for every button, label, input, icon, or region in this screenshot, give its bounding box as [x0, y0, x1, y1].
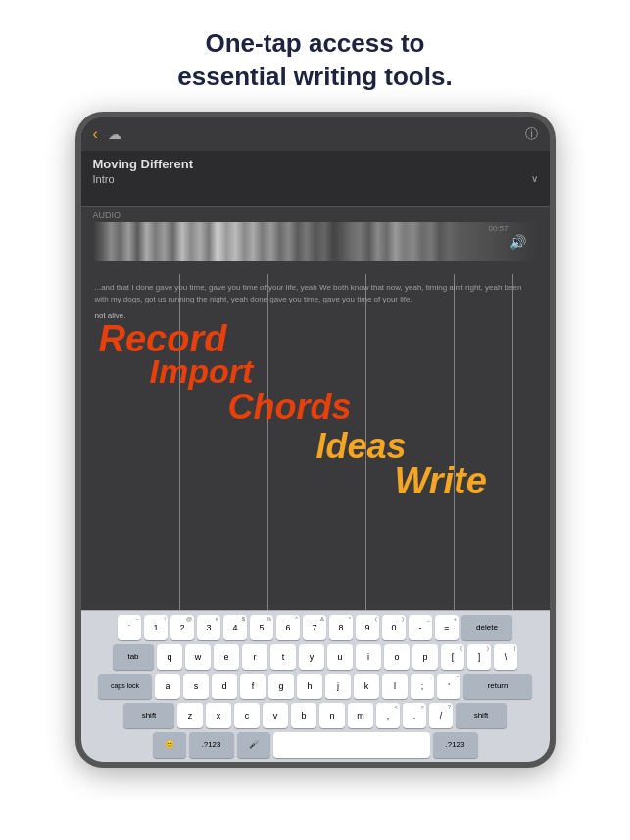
key-l[interactable]: l [382, 674, 408, 699]
lyrics-text: ...and that I done gave you time, gave y… [95, 282, 536, 305]
key-3[interactable]: #3 [197, 615, 220, 640]
mic-key[interactable]: 🎤 [237, 732, 270, 758]
key-w[interactable]: w [185, 644, 211, 670]
time-end: 00:57 [488, 224, 508, 233]
keyboard-row-2: tab q w e r t y u i o p {[ }] |\ [83, 644, 548, 670]
waveform: 00:57 🔊 [93, 222, 538, 261]
audio-label: AUDIO [81, 207, 550, 222]
space-key[interactable] [273, 732, 430, 758]
key-u[interactable]: u [327, 644, 353, 670]
return-key[interactable]: return [463, 674, 532, 699]
key-9[interactable]: (9 [356, 615, 379, 640]
key-v[interactable]: v [263, 703, 288, 728]
key-h[interactable]: h [297, 674, 322, 699]
key-slash[interactable]: ?/ [429, 703, 453, 728]
key-tilde[interactable]: ~` [118, 615, 141, 640]
key-2[interactable]: @2 [170, 615, 194, 640]
key-quote[interactable]: "' [437, 674, 460, 699]
key-n[interactable]: n [319, 703, 345, 728]
cloud-icon: ☁ [108, 126, 121, 142]
key-period[interactable]: >. [403, 703, 426, 728]
key-7[interactable]: &7 [303, 615, 326, 640]
delete-key[interactable]: delete [461, 615, 512, 640]
key-o[interactable]: o [384, 644, 410, 670]
shift-left-key[interactable]: shift [123, 703, 174, 728]
key-6[interactable]: ^6 [276, 615, 300, 640]
key-q[interactable]: q [157, 644, 182, 670]
keyboard-row-1: ~` !1 @2 #3 $4 %5 ^6 &7 *8 (9 )0 _- += d… [83, 615, 548, 640]
key-minus[interactable]: _- [409, 615, 432, 640]
key-0[interactable]: )0 [382, 615, 406, 640]
key-y[interactable]: y [299, 644, 324, 670]
numbers-key[interactable]: .?123 [189, 732, 234, 758]
speaker-icon[interactable]: 🔊 [509, 234, 526, 250]
key-bracket-open[interactable]: {[ [441, 644, 464, 670]
key-x[interactable]: x [206, 703, 231, 728]
key-j[interactable]: j [325, 674, 351, 699]
key-backslash[interactable]: |\ [494, 644, 517, 670]
key-s[interactable]: s [183, 674, 209, 699]
tablet-topbar: ‹ ☁ ⓘ [81, 117, 550, 151]
key-i[interactable]: i [356, 644, 381, 670]
tab-key[interactable]: tab [113, 644, 154, 670]
key-8[interactable]: *8 [329, 615, 353, 640]
key-f[interactable]: f [240, 674, 266, 699]
key-g[interactable]: g [268, 674, 294, 699]
key-comma[interactable]: <, [376, 703, 400, 728]
shift-right-key[interactable]: shift [456, 703, 507, 728]
key-4[interactable]: $4 [223, 615, 247, 640]
section-dropdown[interactable]: ∨ [531, 173, 538, 184]
keyboard-row-3: caps lock a s d f g h j k l :; "' return [83, 674, 548, 699]
key-c[interactable]: c [234, 703, 260, 728]
key-r[interactable]: r [242, 644, 267, 670]
tablet-device: ‹ ☁ ⓘ Moving Different Intro ∨ AUDIO 00:… [75, 112, 556, 768]
key-t[interactable]: t [270, 644, 296, 670]
key-semicolon[interactable]: :; [411, 674, 434, 699]
key-e[interactable]: e [214, 644, 239, 670]
key-z[interactable]: z [177, 703, 203, 728]
info-icon[interactable]: ⓘ [525, 125, 538, 143]
section-label: Intro [93, 173, 115, 185]
key-m[interactable]: m [348, 703, 373, 728]
audio-track: AUDIO 00:57 🔊 [81, 206, 550, 274]
keyboard: ~` !1 @2 #3 $4 %5 ^6 &7 *8 (9 )0 _- += d… [81, 610, 550, 762]
keyboard-row-5: 😊 .?123 🎤 .?123 [83, 732, 548, 758]
song-header: Moving Different Intro ∨ [81, 151, 550, 189]
key-1[interactable]: !1 [144, 615, 168, 640]
key-k[interactable]: k [354, 674, 379, 699]
key-d[interactable]: d [212, 674, 237, 699]
emoji-key[interactable]: 😊 [153, 732, 186, 758]
caps-lock-key[interactable]: caps lock [98, 674, 152, 699]
key-bracket-close[interactable]: }] [467, 644, 491, 670]
headline: One-tap access to essential writing tool… [119, 0, 510, 112]
back-icon[interactable]: ‹ [93, 125, 98, 143]
numbers-right-key[interactable]: .?123 [433, 732, 478, 758]
song-title: Moving Different [93, 157, 538, 171]
key-5[interactable]: %5 [250, 615, 273, 640]
keyboard-row-4: shift z x c v b n m <, >. ?/ shift [83, 703, 548, 728]
key-a[interactable]: a [155, 674, 180, 699]
key-p[interactable]: p [412, 644, 438, 670]
key-b[interactable]: b [291, 703, 316, 728]
lyrics-extra: not alive. [95, 311, 536, 320]
key-equals[interactable]: += [435, 615, 459, 640]
